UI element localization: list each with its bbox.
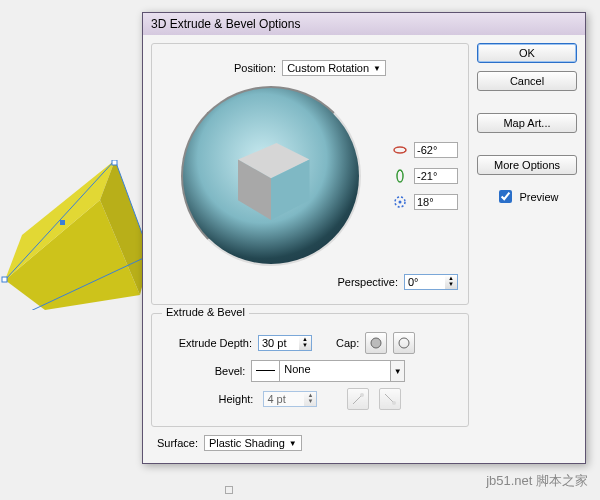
map-art-button[interactable]: Map Art... [477,113,577,133]
surface-value: Plastic Shading [209,437,285,449]
position-value: Custom Rotation [287,62,369,74]
svg-rect-4 [112,160,117,165]
more-options-button[interactable]: More Options [477,155,577,175]
cap-label: Cap: [336,337,359,349]
bevel-extent-out-button[interactable] [379,388,401,410]
group-extrude-bevel: Extrude & Bevel Extrude Depth: ▲▼ Cap: B… [151,313,469,427]
ok-button[interactable]: OK [477,43,577,63]
angle-y-input[interactable] [414,168,458,184]
rotate-y-icon [392,168,408,184]
extrude-depth-label: Extrude Depth: [162,337,252,349]
extrude-depth-input[interactable]: ▲▼ [258,335,312,351]
surface-select[interactable]: Plastic Shading ▼ [204,435,302,451]
svg-rect-5 [60,220,65,225]
svg-point-12 [399,201,402,204]
angle-x-input[interactable] [414,142,458,158]
dialog-3d-extrude-bevel: 3D Extrude & Bevel Options Position: Cus… [142,12,586,464]
resize-grip-icon [225,486,233,494]
preview-label: Preview [519,191,558,203]
svg-point-14 [399,338,409,348]
surface-label: Surface: [157,437,198,449]
stepper-icon[interactable]: ▲▼ [299,336,311,350]
perspective-label: Perspective: [337,276,398,288]
height-input[interactable]: ▲▼ [263,391,317,407]
cap-off-button[interactable] [393,332,415,354]
dialog-title: 3D Extrude & Bevel Options [143,13,585,35]
rotate-z-icon [392,194,408,210]
cancel-button[interactable]: Cancel [477,71,577,91]
svg-point-15 [360,393,364,397]
bevel-select[interactable]: None ▼ [251,360,405,382]
perspective-input[interactable]: ▲▼ [404,274,458,290]
chevron-down-icon: ▼ [373,64,381,73]
chevron-down-icon: ▼ [289,439,297,448]
bevel-preview-icon [252,361,280,381]
group-position: Position: Custom Rotation ▼ [151,43,469,305]
stepper-icon[interactable]: ▲▼ [445,275,457,289]
cap-on-button[interactable] [365,332,387,354]
position-select[interactable]: Custom Rotation ▼ [282,60,386,76]
canvas-shape [0,160,150,310]
bevel-extent-in-button[interactable] [347,388,369,410]
svg-point-13 [371,338,381,348]
position-label: Position: [234,62,276,74]
svg-point-16 [392,401,396,405]
angle-z-input[interactable] [414,194,458,210]
bevel-label: Bevel: [215,365,246,377]
preview-checkbox[interactable] [499,190,512,203]
svg-rect-3 [2,277,7,282]
bevel-value: None [280,361,390,381]
chevron-down-icon: ▼ [390,361,404,381]
watermark: jb51.net 脚本之家 [486,472,588,490]
stepper-icon[interactable]: ▲▼ [304,392,316,406]
extrude-bevel-title: Extrude & Bevel [162,306,249,318]
rotate-x-icon [392,142,408,158]
height-label: Height: [219,393,254,405]
rotation-trackball[interactable] [181,86,361,266]
